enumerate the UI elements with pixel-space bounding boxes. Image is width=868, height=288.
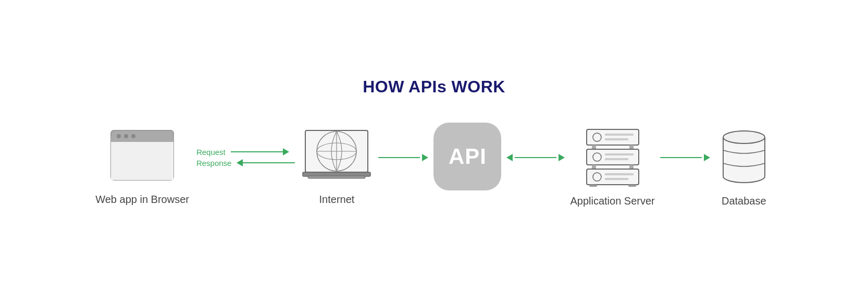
api-icon: API [433, 123, 501, 190]
diagram-row: Web app in Browser Request Response [31, 123, 837, 211]
response-label: Response [196, 159, 232, 167]
svg-point-4 [124, 134, 128, 138]
page-title: HOW APIs WORK [363, 77, 505, 97]
svg-rect-26 [587, 169, 639, 185]
svg-rect-25 [629, 165, 634, 169]
arrow-right-1 [378, 154, 428, 161]
node-api: API API [433, 123, 501, 211]
svg-rect-23 [605, 158, 628, 160]
svg-rect-24 [592, 165, 596, 169]
svg-rect-30 [589, 185, 597, 187]
database-icon [715, 127, 773, 187]
svg-rect-18 [592, 145, 596, 149]
svg-rect-31 [628, 185, 636, 187]
database-label: Database [722, 195, 766, 207]
web-app-label: Web app in Browser [95, 194, 189, 206]
svg-rect-17 [605, 138, 628, 140]
svg-rect-6 [111, 142, 173, 180]
app-server-label: Application Server [570, 195, 654, 207]
arrow-right-2 [660, 154, 710, 161]
api-label: API [459, 199, 476, 211]
svg-rect-13 [308, 176, 365, 178]
connector-1 [373, 154, 433, 161]
svg-rect-16 [605, 134, 634, 136]
svg-point-5 [131, 134, 135, 138]
connector-3 [655, 154, 715, 161]
node-web-app: Web app in Browser [95, 128, 189, 206]
svg-rect-19 [629, 145, 634, 149]
svg-rect-14 [587, 129, 639, 145]
connector-2 [501, 154, 570, 161]
server-icon [579, 127, 647, 187]
svg-rect-28 [605, 173, 634, 175]
node-internet: Internet [300, 128, 373, 206]
diagram-container: HOW APIs WORK Web [0, 67, 868, 221]
response-arrow: Response [194, 159, 295, 167]
arrow-double [506, 154, 565, 161]
svg-rect-22 [605, 153, 634, 155]
request-label: Request [196, 148, 226, 157]
svg-rect-29 [605, 178, 628, 180]
svg-point-36 [723, 131, 765, 143]
svg-rect-20 [587, 149, 639, 165]
svg-point-3 [117, 134, 121, 138]
connector-request-response: Request Response [189, 148, 301, 167]
laptop-icon [300, 128, 373, 185]
node-app-server: Application Server [570, 127, 654, 207]
browser-icon [108, 128, 176, 185]
request-arrow: Request [194, 148, 289, 157]
internet-label: Internet [319, 194, 355, 206]
node-database: Database [715, 127, 773, 207]
